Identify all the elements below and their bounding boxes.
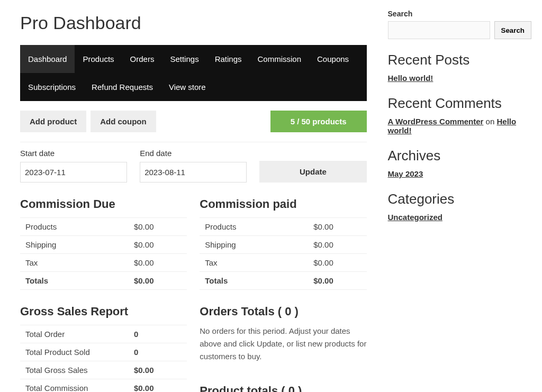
archives-heading: Archives (388, 148, 531, 164)
search-label: Search (388, 10, 531, 18)
row-value: $0.00 (129, 236, 187, 254)
end-date-label: End date (140, 149, 247, 158)
row-label: Total Order (20, 325, 129, 343)
row-label: Total Gross Sales (20, 361, 129, 379)
gross-sales-table: Total Order0Total Product Sold0Total Gro… (20, 325, 187, 392)
row-value: $0.00 (129, 254, 187, 272)
commission-due-heading: Commission Due (20, 197, 187, 211)
search-input[interactable] (388, 21, 490, 39)
main-nav: DashboardProductsOrdersSettingsRatingsCo… (20, 45, 367, 101)
row-value: $0.00 (129, 361, 187, 379)
table-row-total: Totals$0.00 (200, 272, 366, 290)
nav-tab-view-store[interactable]: View store (161, 73, 214, 101)
add-product-button[interactable]: Add product (20, 111, 86, 132)
table-row: Total Product Sold0 (20, 343, 187, 361)
row-label: Total Product Sold (20, 343, 129, 361)
table-row: Shipping$0.00 (20, 236, 187, 254)
search-button[interactable]: Search (494, 21, 531, 39)
archive-link[interactable]: May 2023 (388, 169, 423, 178)
orders-empty-text: No orders for this period. Adjust your d… (200, 325, 366, 363)
row-value: $0.00 (308, 254, 366, 272)
table-row: Tax$0.00 (20, 254, 187, 272)
row-label: Shipping (20, 236, 129, 254)
row-value: $0.00 (129, 218, 187, 236)
recent-comments-heading: Recent Comments (388, 95, 531, 112)
row-label: Tax (20, 254, 129, 272)
commission-paid-table: Products$0.00Shipping$0.00Tax$0.00Totals… (200, 217, 366, 290)
nav-tab-ratings[interactable]: Ratings (207, 45, 250, 73)
row-label: Products (20, 218, 129, 236)
row-value: 0 (129, 325, 187, 343)
recent-posts-heading: Recent Posts (388, 52, 531, 68)
product-count-badge: 5 / 50 products (270, 111, 367, 132)
row-label: Tax (200, 254, 308, 272)
table-row: Total Gross Sales$0.00 (20, 361, 187, 379)
product-totals-heading: Product totals ( 0 ) (200, 384, 366, 392)
toolbar: Add product Add coupon 5 / 50 products (20, 111, 367, 132)
nav-tab-settings[interactable]: Settings (162, 45, 206, 73)
table-row: Products$0.00 (20, 218, 187, 236)
table-row: Tax$0.00 (200, 254, 366, 272)
table-row: Products$0.00 (200, 218, 366, 236)
table-row: Total Commission$0.00 (20, 379, 187, 393)
divider (20, 142, 367, 142)
nav-tab-products[interactable]: Products (75, 45, 122, 73)
nav-tab-subscriptions[interactable]: Subscriptions (20, 73, 84, 101)
nav-tab-coupons[interactable]: Coupons (309, 45, 357, 73)
category-link[interactable]: Uncategorized (388, 213, 442, 222)
row-label: Products (200, 218, 308, 236)
table-row: Total Order0 (20, 325, 187, 343)
recent-post-link[interactable]: Hello world! (388, 74, 433, 83)
nav-tab-dashboard[interactable]: Dashboard (20, 45, 75, 73)
gross-sales-heading: Gross Sales Report (20, 305, 187, 318)
commission-due-table: Products$0.00Shipping$0.00Tax$0.00Totals… (20, 217, 187, 290)
page-title: Pro Dashboard (20, 13, 367, 33)
table-row-total: Totals$0.00 (20, 272, 187, 290)
orders-totals-heading: Orders Totals ( 0 ) (200, 305, 366, 318)
start-date-input[interactable] (20, 162, 127, 183)
categories-heading: Categories (388, 191, 531, 207)
nav-tab-orders[interactable]: Orders (122, 45, 162, 73)
commission-paid-heading: Commission paid (200, 197, 366, 211)
recent-comment-item: A WordPress Commenter on Hello world! (388, 117, 531, 135)
nav-tab-commission[interactable]: Commission (250, 45, 310, 73)
row-value: $0.00 (308, 236, 366, 254)
start-date-label: Start date (20, 149, 127, 158)
nav-tab-refund-requests[interactable]: Refund Requests (84, 73, 161, 101)
table-row: Shipping$0.00 (200, 236, 366, 254)
row-value: $0.00 (129, 379, 187, 393)
row-label: Shipping (200, 236, 308, 254)
row-value: $0.00 (308, 218, 366, 236)
end-date-input[interactable] (140, 162, 247, 183)
update-button[interactable]: Update (259, 161, 366, 183)
row-value: 0 (129, 343, 187, 361)
comment-author-link[interactable]: A WordPress Commenter (388, 117, 484, 126)
add-coupon-button[interactable]: Add coupon (91, 111, 156, 132)
row-label: Total Commission (20, 379, 129, 393)
